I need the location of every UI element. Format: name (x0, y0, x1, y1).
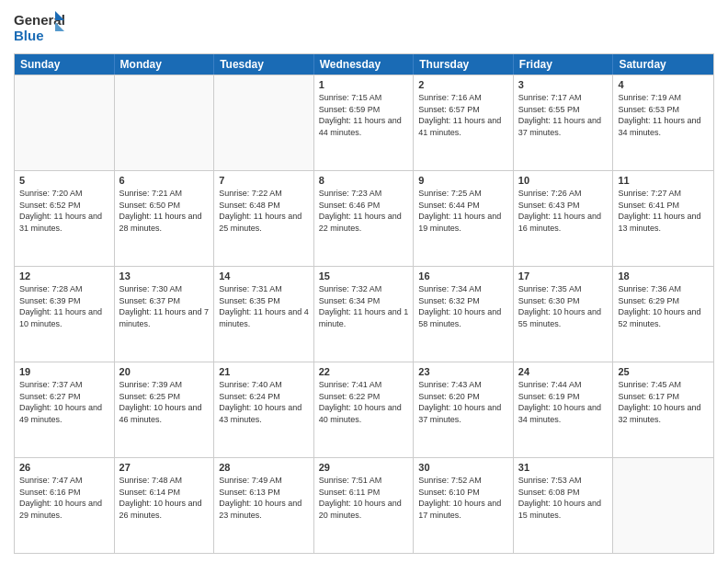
day-number: 28 (219, 462, 309, 473)
day-info: Sunrise: 7:28 AMSunset: 6:39 PMDaylight:… (19, 283, 109, 329)
calendar-cell: 2Sunrise: 7:16 AMSunset: 6:57 PMDaylight… (414, 75, 514, 170)
calendar-cell: 26Sunrise: 7:47 AMSunset: 6:16 PMDayligh… (15, 458, 115, 553)
day-info: Sunrise: 7:40 AMSunset: 6:24 PMDaylight:… (219, 379, 309, 425)
day-info: Sunrise: 7:15 AMSunset: 6:59 PMDaylight:… (319, 92, 409, 138)
weekday-header: Monday (115, 54, 215, 75)
calendar-cell: 7Sunrise: 7:22 AMSunset: 6:48 PMDaylight… (214, 171, 314, 266)
calendar-cell: 11Sunrise: 7:27 AMSunset: 6:41 PMDayligh… (613, 171, 713, 266)
calendar-cell: 21Sunrise: 7:40 AMSunset: 6:24 PMDayligh… (214, 362, 314, 457)
calendar-row: 19Sunrise: 7:37 AMSunset: 6:27 PMDayligh… (15, 362, 713, 457)
day-number: 20 (119, 366, 210, 377)
calendar-cell: 13Sunrise: 7:30 AMSunset: 6:37 PMDayligh… (115, 267, 215, 362)
day-info: Sunrise: 7:47 AMSunset: 6:16 PMDaylight:… (19, 475, 109, 521)
weekday-header: Sunday (15, 54, 115, 75)
day-info: Sunrise: 7:37 AMSunset: 6:27 PMDaylight:… (19, 379, 109, 425)
calendar-cell: 18Sunrise: 7:36 AMSunset: 6:29 PMDayligh… (613, 267, 713, 362)
calendar-cell: 20Sunrise: 7:39 AMSunset: 6:25 PMDayligh… (115, 362, 215, 457)
calendar-row: 1Sunrise: 7:15 AMSunset: 6:59 PMDaylight… (15, 75, 713, 170)
calendar-row: 12Sunrise: 7:28 AMSunset: 6:39 PMDayligh… (15, 266, 713, 362)
calendar-cell: 4Sunrise: 7:19 AMSunset: 6:53 PMDaylight… (613, 75, 713, 170)
calendar-cell: 3Sunrise: 7:17 AMSunset: 6:55 PMDaylight… (514, 75, 614, 170)
day-info: Sunrise: 7:17 AMSunset: 6:55 PMDaylight:… (518, 92, 609, 138)
calendar-cell: 22Sunrise: 7:41 AMSunset: 6:22 PMDayligh… (314, 362, 415, 457)
weekday-header: Wednesday (314, 54, 415, 75)
day-number: 9 (418, 175, 508, 186)
day-info: Sunrise: 7:27 AMSunset: 6:41 PMDaylight:… (618, 188, 709, 234)
day-number: 8 (319, 175, 409, 186)
calendar-cell (613, 458, 713, 553)
calendar-cell: 28Sunrise: 7:49 AMSunset: 6:13 PMDayligh… (214, 458, 314, 553)
calendar-cell: 29Sunrise: 7:51 AMSunset: 6:11 PMDayligh… (314, 458, 415, 553)
day-info: Sunrise: 7:39 AMSunset: 6:25 PMDaylight:… (119, 379, 210, 425)
calendar-cell (214, 75, 314, 170)
calendar-cell: 14Sunrise: 7:31 AMSunset: 6:35 PMDayligh… (214, 267, 314, 362)
calendar-cell: 16Sunrise: 7:34 AMSunset: 6:32 PMDayligh… (414, 267, 514, 362)
day-info: Sunrise: 7:22 AMSunset: 6:48 PMDaylight:… (219, 188, 309, 234)
day-number: 3 (518, 79, 609, 90)
calendar-cell: 25Sunrise: 7:45 AMSunset: 6:17 PMDayligh… (613, 362, 713, 457)
day-info: Sunrise: 7:53 AMSunset: 6:08 PMDaylight:… (518, 475, 609, 521)
calendar-row: 5Sunrise: 7:20 AMSunset: 6:52 PMDaylight… (15, 170, 713, 266)
day-info: Sunrise: 7:26 AMSunset: 6:43 PMDaylight:… (518, 188, 609, 234)
day-info: Sunrise: 7:49 AMSunset: 6:13 PMDaylight:… (219, 475, 309, 521)
day-number: 5 (19, 175, 109, 186)
logo-icon: GeneralBlue (14, 9, 64, 46)
day-info: Sunrise: 7:43 AMSunset: 6:20 PMDaylight:… (418, 379, 508, 425)
day-info: Sunrise: 7:23 AMSunset: 6:46 PMDaylight:… (319, 188, 409, 234)
calendar-cell: 10Sunrise: 7:26 AMSunset: 6:43 PMDayligh… (514, 171, 614, 266)
day-info: Sunrise: 7:34 AMSunset: 6:32 PMDaylight:… (418, 283, 508, 329)
day-info: Sunrise: 7:51 AMSunset: 6:11 PMDaylight:… (319, 475, 409, 521)
day-info: Sunrise: 7:36 AMSunset: 6:29 PMDaylight:… (618, 283, 709, 329)
logo: GeneralBlue (14, 9, 64, 46)
day-number: 6 (119, 175, 210, 186)
day-number: 17 (518, 270, 609, 282)
svg-text:Blue: Blue (14, 28, 44, 43)
day-number: 29 (319, 462, 409, 473)
day-info: Sunrise: 7:19 AMSunset: 6:53 PMDaylight:… (618, 92, 709, 138)
day-number: 24 (518, 366, 609, 377)
day-info: Sunrise: 7:30 AMSunset: 6:37 PMDaylight:… (119, 283, 210, 329)
weekday-header: Thursday (414, 54, 514, 75)
calendar-body: 1Sunrise: 7:15 AMSunset: 6:59 PMDaylight… (15, 75, 713, 553)
calendar-cell: 8Sunrise: 7:23 AMSunset: 6:46 PMDaylight… (314, 171, 415, 266)
day-number: 16 (418, 270, 508, 282)
day-info: Sunrise: 7:48 AMSunset: 6:14 PMDaylight:… (119, 475, 210, 521)
day-number: 12 (19, 270, 109, 282)
page: GeneralBlue SundayMondayTuesdayWednesday… (0, 0, 728, 563)
calendar-row: 26Sunrise: 7:47 AMSunset: 6:16 PMDayligh… (15, 457, 713, 553)
day-number: 7 (219, 175, 309, 186)
day-number: 1 (319, 79, 409, 90)
calendar-header: SundayMondayTuesdayWednesdayThursdayFrid… (15, 54, 713, 75)
day-number: 31 (518, 462, 609, 473)
calendar-cell: 12Sunrise: 7:28 AMSunset: 6:39 PMDayligh… (15, 267, 115, 362)
calendar-cell: 23Sunrise: 7:43 AMSunset: 6:20 PMDayligh… (414, 362, 514, 457)
day-number: 18 (618, 270, 709, 282)
header: GeneralBlue (14, 9, 714, 46)
calendar-cell: 27Sunrise: 7:48 AMSunset: 6:14 PMDayligh… (115, 458, 215, 553)
day-info: Sunrise: 7:41 AMSunset: 6:22 PMDaylight:… (319, 379, 409, 425)
day-number: 15 (319, 270, 409, 282)
day-number: 13 (119, 270, 210, 282)
calendar-cell: 30Sunrise: 7:52 AMSunset: 6:10 PMDayligh… (414, 458, 514, 553)
day-number: 27 (119, 462, 210, 473)
day-info: Sunrise: 7:20 AMSunset: 6:52 PMDaylight:… (19, 188, 109, 234)
day-number: 22 (319, 366, 409, 377)
calendar-cell (15, 75, 115, 170)
calendar-cell: 9Sunrise: 7:25 AMSunset: 6:44 PMDaylight… (414, 171, 514, 266)
day-number: 19 (19, 366, 109, 377)
calendar-cell: 31Sunrise: 7:53 AMSunset: 6:08 PMDayligh… (514, 458, 614, 553)
day-info: Sunrise: 7:16 AMSunset: 6:57 PMDaylight:… (418, 92, 508, 138)
calendar-cell: 5Sunrise: 7:20 AMSunset: 6:52 PMDaylight… (15, 171, 115, 266)
day-info: Sunrise: 7:35 AMSunset: 6:30 PMDaylight:… (518, 283, 609, 329)
day-info: Sunrise: 7:31 AMSunset: 6:35 PMDaylight:… (219, 283, 309, 329)
day-number: 30 (418, 462, 508, 473)
day-info: Sunrise: 7:32 AMSunset: 6:34 PMDaylight:… (319, 283, 409, 329)
calendar-cell: 17Sunrise: 7:35 AMSunset: 6:30 PMDayligh… (514, 267, 614, 362)
day-number: 23 (418, 366, 508, 377)
weekday-header: Saturday (613, 54, 713, 75)
day-info: Sunrise: 7:44 AMSunset: 6:19 PMDaylight:… (518, 379, 609, 425)
calendar-cell (115, 75, 215, 170)
day-number: 4 (618, 79, 709, 90)
calendar-cell: 24Sunrise: 7:44 AMSunset: 6:19 PMDayligh… (514, 362, 614, 457)
weekday-header: Tuesday (214, 54, 314, 75)
